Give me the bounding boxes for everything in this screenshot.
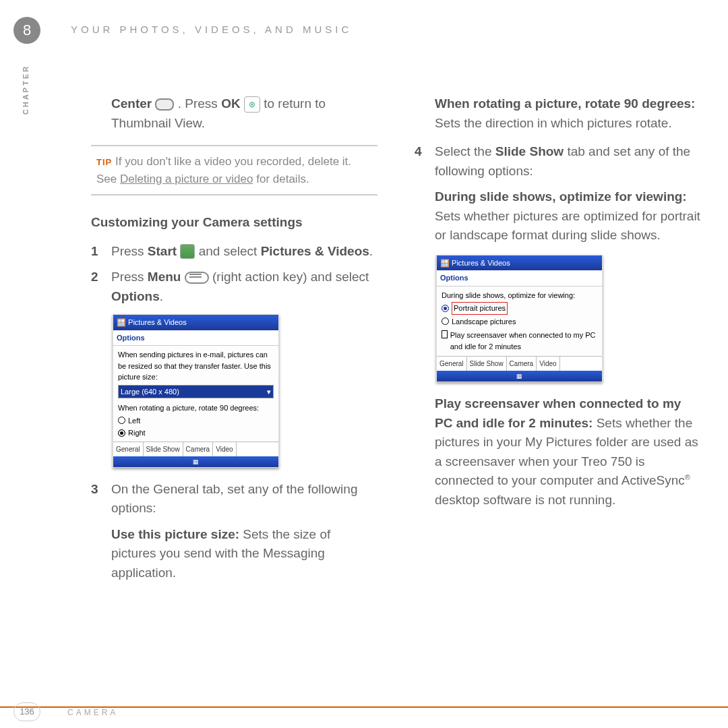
screensaver-body-b: desktop software is not running. — [435, 493, 615, 507]
step-2-body: Press Menu (right action key) and select… — [111, 268, 377, 306]
ss2-tab-slideshow[interactable]: Slide Show — [467, 357, 507, 371]
center-label: Center — [111, 96, 155, 111]
ss2-tab-general[interactable]: General — [437, 357, 467, 371]
ss1-select[interactable]: Large (640 x 480)▾ — [118, 385, 274, 399]
ss2-footer: ▦ — [437, 371, 602, 382]
use-size-head: Use this picture size: — [111, 527, 239, 541]
step1-a: Press — [111, 244, 148, 258]
ss1-tab-camera[interactable]: Camera — [183, 442, 214, 456]
radio-icon-selected — [442, 305, 449, 312]
screensaver-option: Play screensaver when connected to my PC… — [435, 394, 701, 510]
tip-label: TIP — [96, 157, 112, 167]
ss1-footer: ▦ — [113, 456, 278, 467]
step-4-body: Select the Slide Show tab and set any of… — [435, 142, 701, 181]
step2-e: . — [160, 289, 163, 303]
intro-text-2: . Press — [178, 96, 221, 111]
right-column: When rotating a picture, rotate 90 degre… — [415, 94, 701, 592]
ss2-checkbox[interactable]: Play screensaver when connected to my PC… — [442, 330, 597, 352]
menu-icon — [185, 272, 209, 284]
step1-c: and select — [199, 244, 261, 258]
use-size-option: Use this picture size: Sets the size of … — [111, 525, 377, 583]
ss1-radio-right[interactable]: Right — [118, 427, 274, 439]
ss1-tab-general[interactable]: General — [113, 442, 144, 456]
left-column: Center . Press OK ⊛ to return to Thumbna… — [91, 94, 377, 592]
radio-icon-selected — [118, 429, 125, 437]
during-head: During slide shows, optimize for viewing… — [435, 189, 687, 204]
rotate-option: When rotating a picture, rotate 90 degre… — [435, 94, 701, 133]
ss1-left-label: Left — [128, 415, 140, 427]
radio-icon — [118, 417, 125, 424]
section-heading: Customizing your Camera settings — [91, 213, 377, 233]
step-1: 1 Press Start and select Pictures & Vide… — [91, 242, 377, 262]
ss1-radio-left[interactable]: Left — [118, 415, 274, 427]
ss1-tab-slideshow[interactable]: Slide Show — [144, 442, 183, 456]
center-button-icon — [155, 98, 174, 111]
rotate-body: Sets the direction in which pictures rot… — [435, 116, 672, 130]
content-columns: Center . Press OK ⊛ to return to Thumbna… — [91, 94, 701, 592]
step-3-body: On the General tab, set any of the follo… — [111, 480, 377, 518]
pictures-videos-label: Pictures & Videos — [261, 244, 369, 258]
ss2-options: Options — [437, 270, 602, 286]
step-number-2: 2 — [91, 268, 111, 306]
slideshow-label: Slide Show — [495, 144, 564, 158]
radio-icon — [442, 317, 449, 325]
tip-box: TIP If you don't like a video you record… — [91, 145, 377, 195]
ss1-title: 🪟 Pictures & Videos — [113, 315, 278, 330]
tip-link[interactable]: Deleting a picture or video — [120, 173, 253, 185]
ss2-portrait-label: Portrait pictures — [452, 302, 508, 315]
intro-line: Center . Press OK ⊛ to return to Thumbna… — [111, 94, 377, 133]
ss2-tab-video[interactable]: Video — [537, 357, 559, 371]
start-icon — [180, 244, 195, 259]
ss2-tab-camera[interactable]: Camera — [507, 357, 537, 371]
footer-text: CAMERA — [67, 708, 118, 717]
step-4: 4 Select the Slide Show tab and set any … — [415, 142, 701, 181]
during-option: During slide shows, optimize for viewing… — [435, 187, 701, 245]
ss2-tabs: General Slide Show Camera Video — [437, 356, 602, 371]
ss1-tabs: General Slide Show Camera Video — [113, 442, 278, 456]
chapter-label: CHAPTER — [22, 65, 30, 115]
chevron-down-icon: ▾ — [267, 386, 271, 398]
ss1-select-text: Large (640 x 480) — [121, 386, 179, 398]
checkbox-icon — [442, 330, 448, 338]
chapter-number-circle: 8 — [13, 17, 40, 44]
ss2-landscape-label: Landscape pictures — [452, 316, 516, 328]
tip-text-b: for details. — [253, 173, 309, 185]
step-2: 2 Press Menu (right action key) and sele… — [91, 268, 377, 306]
ss1-title-text: Pictures & Videos — [128, 318, 187, 326]
step2-a: Press — [111, 270, 148, 284]
page-number: 136 — [13, 702, 40, 721]
during-body: Sets whether pictures are optimized for … — [435, 209, 700, 243]
ss2-line1: During slide shows, optimize for viewing… — [442, 290, 597, 301]
ss1-line1: When sending pictures in e-mail, picture… — [118, 349, 274, 383]
menu-label: Menu — [148, 270, 181, 284]
ss1-line2: When rotating a picture, rotate 90 degre… — [118, 402, 274, 414]
options-label: Options — [111, 289, 160, 303]
running-head: YOUR PHOTOS, VIDEOS, AND MUSIC — [71, 24, 352, 35]
step2-c: (right action key) and select — [212, 270, 369, 284]
ss2-radio-landscape[interactable]: Landscape pictures — [442, 316, 597, 328]
ss2-radio-portrait[interactable]: Portrait pictures — [442, 302, 597, 315]
ss1-options: Options — [113, 330, 278, 346]
ss1-right-label: Right — [128, 427, 146, 439]
step-number-1: 1 — [91, 242, 111, 262]
rotate-head: When rotating a picture, rotate 90 degre… — [435, 96, 695, 111]
ss1-tab-video[interactable]: Video — [213, 442, 236, 456]
step-number-4: 4 — [415, 142, 435, 181]
ok-button-icon: ⊛ — [244, 96, 260, 113]
ss2-title: 🪟 Pictures & Videos — [437, 255, 602, 271]
step-3: 3 On the General tab, set any of the fol… — [91, 480, 377, 518]
step-number-3: 3 — [91, 480, 111, 518]
ok-label: OK — [221, 96, 241, 111]
ss2-check-label: Play screensaver when connected to my PC… — [450, 330, 597, 352]
start-label: Start — [148, 244, 177, 258]
ss2-title-text: Pictures & Videos — [452, 259, 510, 267]
screenshot-slideshow-tab: 🪟 Pictures & Videos Options During slide… — [436, 255, 603, 383]
step1-e: . — [369, 244, 373, 258]
step-1-body: Press Start and select Pictures & Videos… — [111, 242, 377, 262]
screenshot-general-tab: 🪟 Pictures & Videos Options When sending… — [113, 314, 279, 468]
step4-a: Select the — [435, 144, 495, 158]
registered-mark: ® — [685, 473, 690, 481]
